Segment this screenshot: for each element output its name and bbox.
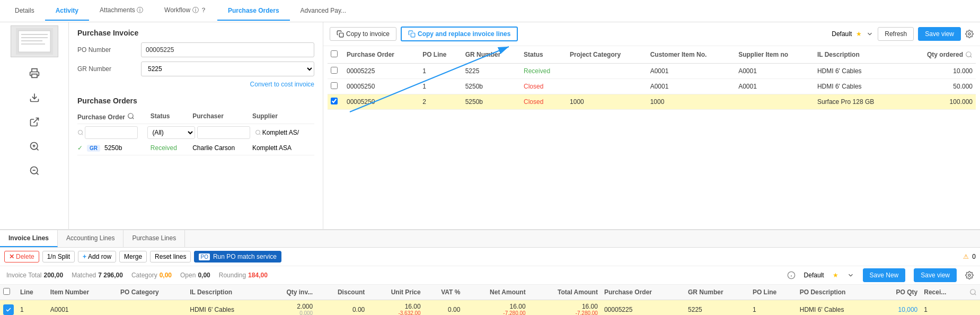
chevron-down-icon-bottom[interactable] [847,272,854,279]
matched-label: Matched [72,272,96,279]
open-item: Open 0,00 [180,272,210,279]
convert-to-cost-invoice-link[interactable]: Convert to cost invoice [250,81,314,88]
zoom-in-icon[interactable] [24,136,45,157]
col-il-description: IL Description [814,46,903,64]
col-unit-price: Unit Price [368,285,423,300]
cell-status-closed: Closed [520,79,567,94]
cell-po: 00005250 [343,94,419,110]
col-total-amount: Total Amount [529,285,601,300]
svg-point-11 [255,130,260,135]
row-selected-check [3,304,14,315]
info-icon[interactable] [787,271,796,279]
po-number-row: PO Number [77,42,314,57]
star-icon-bottom[interactable]: ★ [833,272,838,279]
col-po-description: PO Description [797,285,878,300]
external-link-icon[interactable] [24,111,45,133]
col-po-qty: PO Qty [878,285,921,300]
add-row-button[interactable]: + Add row [78,251,116,262]
po-col-header-status: Status [151,112,190,121]
tab-purchase-orders[interactable]: Purchase Orders [217,2,290,21]
col-gr-number: GR Number [685,285,749,300]
rounding-value: 184,00 [248,272,268,279]
save-view-button-top[interactable]: Save view [918,27,961,41]
row-checkbox-2[interactable] [331,82,338,89]
purchaser-filter-input[interactable] [197,126,250,139]
col-vat: VAT % [424,285,464,300]
row-checkbox-1[interactable] [331,67,338,74]
bottom-toolbar: ✕ Delete 1/n Split + Add row Merge Reset… [0,248,980,266]
purchase-orders-section: Purchase Orders Purchase Order Status Pu… [77,97,314,155]
tab-purchase-lines[interactable]: Purchase Lines [123,230,185,247]
gear-icon-top[interactable] [965,30,974,38]
left-sidebar [0,22,69,229]
delete-button[interactable]: ✕ Delete [4,251,39,262]
po-status-value: Received [151,144,190,152]
col-gr-number: GR Number [462,46,520,64]
tab-accounting-lines[interactable]: Accounting Lines [58,230,123,247]
star-icon[interactable]: ★ [856,30,862,38]
run-po-match-button[interactable]: PO Run PO match service [194,251,281,262]
row-checkbox-3[interactable] [331,98,338,104]
cell-item-number: A0001 [47,300,117,316]
tab-activity[interactable]: Activity [45,2,89,21]
invoice-select-all[interactable] [3,288,10,295]
chevron-down-icon[interactable] [866,30,873,38]
cell-discount: 0.00 [316,300,368,316]
bottom-section: Invoice Lines Accounting Lines Purchase … [0,229,980,315]
col-line: Line [17,285,47,300]
top-tabs-bar: Details Activity Attachments ⓘ Workflow … [0,0,980,22]
cell-cust-item: A0001 [647,79,736,94]
reset-lines-button[interactable]: Reset lines [150,251,191,262]
save-view-button-bottom[interactable]: Save view [914,268,957,282]
po-table-row: ✓ GR 5250b Received Charlie Carson Kompl… [77,141,314,155]
col-customer-item: Customer Item No. [647,46,736,64]
print-icon[interactable] [24,63,45,84]
col-po-line: PO Line [419,46,462,64]
col-il-description: IL Description [187,285,265,300]
gr-number-select[interactable]: 5225 [141,62,314,76]
rounding-item: Rounding 184,00 [219,272,268,279]
select-all-checkbox[interactable] [331,50,338,57]
cell-gr-number: 5225 [685,300,749,316]
tab-workflow[interactable]: Workflow ⓘ ？ [154,1,217,21]
cell-proj-cat [567,64,647,79]
gear-icon-bottom[interactable] [965,271,974,279]
po-data-table: Purchase Order PO Line GR Number Status … [328,46,976,110]
col-po-category: PO Category [117,285,187,300]
po-filter-input[interactable] [85,126,138,139]
copy-replace-button[interactable]: Copy and replace invoice lines [401,27,518,41]
refresh-button[interactable]: Refresh [878,27,914,41]
cell-il-desc: Surface Pro 128 GB [814,94,903,110]
left-panel: Purchase Invoice PO Number GR Number 522… [69,22,323,229]
tab-invoice-lines[interactable]: Invoice Lines [0,230,58,247]
cell-po-qty: 10,000 [878,300,921,316]
status-filter-select[interactable]: (All) [147,126,195,139]
svg-point-17 [968,274,970,276]
matched-value: 7 296,00 [98,272,123,279]
search-icon-invoice[interactable] [969,288,977,296]
split-button[interactable]: 1/n Split [42,251,75,262]
po-search-icon[interactable] [127,112,135,121]
cell-total-amount: 16.00 -7,280.00 [529,300,601,316]
po-number-input[interactable] [141,42,314,57]
tab-attachments[interactable]: Attachments ⓘ [89,1,154,21]
cell-po-line: 1 [419,79,462,94]
cell-purchase-order: 00005225 [601,300,685,316]
invoice-total-item: Invoice Total 200,00 [6,272,63,279]
tab-details[interactable]: Details [4,2,45,21]
search-icon-col[interactable] [965,51,973,58]
po-lines-table: Purchase Order PO Line GR Number Status … [323,46,980,229]
download-icon[interactable] [24,87,45,108]
save-new-button[interactable]: Save New [863,268,906,282]
zoom-out-icon[interactable] [24,160,45,181]
copy-to-invoice-button[interactable]: Copy to invoice [330,27,396,41]
table-row-selected: 00005250 2 5250b Closed 1000 1000 Surfac… [328,94,976,110]
rounding-label: Rounding [219,272,246,279]
convert-row: Convert to cost invoice [77,81,314,88]
cell-supp-item: A0001 [735,79,814,94]
tab-advanced-pay[interactable]: Advanced Pay... [290,2,357,21]
col-qty-ordered: Qty ordered [903,46,976,64]
cell-cust-item: A0001 [647,64,736,79]
merge-button[interactable]: Merge [119,251,147,262]
cell-il-desc: HDMI 6' Cables [814,79,903,94]
